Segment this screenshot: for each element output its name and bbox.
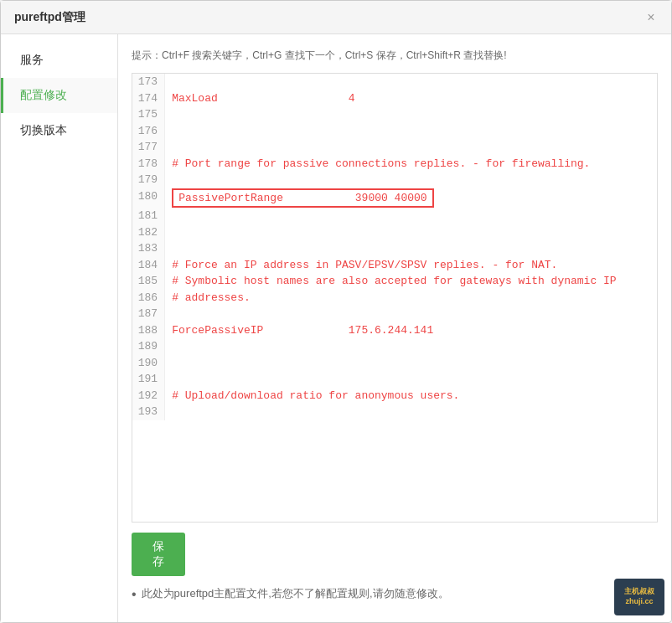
- line-number: 181: [132, 208, 165, 224]
- watermark-text: 主机叔叔 zhuji.cc: [624, 587, 654, 606]
- line-number: 177: [132, 139, 165, 156]
- table-row: 174MaxLoad 4: [132, 90, 657, 107]
- table-row: 193: [132, 404, 657, 420]
- code-table: 173174MaxLoad 4175176177178# Port range …: [132, 74, 657, 420]
- sidebar-item-switch[interactable]: 切换版本: [1, 113, 117, 148]
- line-content: [165, 106, 657, 123]
- table-row: 190: [132, 355, 657, 372]
- line-content: # Port range for passive connections rep…: [165, 156, 657, 172]
- line-number: 185: [132, 273, 165, 290]
- table-row: 184# Force an IP address in PASV/EPSV/SP…: [132, 257, 657, 274]
- line-content: # Symbolic host names are also accepted …: [165, 273, 657, 290]
- content-area: 提示：Ctrl+F 搜索关键字，Ctrl+G 查找下一个，Ctrl+S 保存，C…: [118, 34, 671, 622]
- line-content: PassivePortRange 39000 40000: [165, 188, 657, 209]
- line-number: 178: [132, 156, 165, 172]
- window-title: pureftpd管理: [14, 10, 85, 25]
- table-row: 179: [132, 172, 657, 188]
- note-text: 此处为pureftpd主配置文件,若您不了解配置规则,请勿随意修改。: [132, 586, 658, 602]
- line-number: 187: [132, 306, 165, 322]
- close-button[interactable]: ×: [644, 11, 658, 24]
- line-content: [165, 172, 657, 188]
- line-content: [165, 224, 657, 241]
- main-content: 服务 配置修改 切换版本 提示：Ctrl+F 搜索关键字，Ctrl+G 查找下一…: [1, 34, 671, 622]
- sidebar: 服务 配置修改 切换版本: [1, 34, 118, 622]
- line-number: 173: [132, 74, 165, 90]
- table-row: 189: [132, 338, 657, 355]
- line-content: [165, 139, 657, 156]
- table-row: 185# Symbolic host names are also accept…: [132, 273, 657, 290]
- line-number: 174: [132, 90, 165, 107]
- line-content: [165, 123, 657, 140]
- line-number: 191: [132, 371, 165, 388]
- table-row: 173: [132, 74, 657, 90]
- app-window: pureftpd管理 × 服务 配置修改 切换版本 提示：Ctrl+F 搜索关键…: [0, 0, 672, 623]
- title-bar: pureftpd管理 ×: [1, 1, 671, 34]
- line-content: [165, 240, 657, 257]
- line-content: [165, 338, 657, 355]
- line-number: 188: [132, 322, 165, 339]
- line-number: 193: [132, 404, 165, 420]
- table-row: 175: [132, 106, 657, 123]
- footer-area: 保存 此处为pureftpd主配置文件,若您不了解配置规则,请勿随意修改。: [132, 523, 658, 609]
- editor-scroll[interactable]: 173174MaxLoad 4175176177178# Port range …: [132, 74, 657, 522]
- line-number: 186: [132, 290, 165, 306]
- line-content: ForcePassiveIP 175.6.244.141: [165, 322, 657, 339]
- table-row: 183: [132, 240, 657, 257]
- table-row: 182: [132, 224, 657, 241]
- table-row: 178# Port range for passive connections …: [132, 156, 657, 172]
- line-content: [165, 355, 657, 372]
- table-row: 187: [132, 306, 657, 322]
- line-content: [165, 306, 657, 322]
- line-content: # Force an IP address in PASV/EPSV/SPSV …: [165, 257, 657, 274]
- line-number: 189: [132, 338, 165, 355]
- watermark: 主机叔叔 zhuji.cc: [614, 579, 664, 615]
- line-content: MaxLoad 4: [165, 90, 657, 107]
- line-number: 192: [132, 388, 165, 404]
- line-number: 183: [132, 240, 165, 257]
- sidebar-item-config[interactable]: 配置修改: [1, 78, 117, 113]
- line-number: 182: [132, 224, 165, 241]
- table-row: 176: [132, 123, 657, 140]
- line-content: [165, 208, 657, 224]
- table-row: 181: [132, 208, 657, 224]
- table-row: 180PassivePortRange 39000 40000: [132, 188, 657, 209]
- hint-bar: 提示：Ctrl+F 搜索关键字，Ctrl+G 查找下一个，Ctrl+S 保存，C…: [132, 48, 658, 63]
- table-row: 188ForcePassiveIP 175.6.244.141: [132, 322, 657, 339]
- line-number: 179: [132, 172, 165, 188]
- line-content: [165, 404, 657, 420]
- line-number: 175: [132, 106, 165, 123]
- line-number: 180: [132, 188, 165, 209]
- table-row: 192# Upload/download ratio for anonymous…: [132, 388, 657, 404]
- line-number: 176: [132, 123, 165, 140]
- line-content: # addresses.: [165, 290, 657, 306]
- editor-container: 173174MaxLoad 4175176177178# Port range …: [132, 73, 658, 523]
- line-content: # Upload/download ratio for anonymous us…: [165, 388, 657, 404]
- table-row: 191: [132, 371, 657, 388]
- table-row: 186# addresses.: [132, 290, 657, 306]
- table-row: 177: [132, 139, 657, 156]
- line-content: [165, 371, 657, 388]
- sidebar-item-service[interactable]: 服务: [1, 43, 117, 78]
- line-number: 184: [132, 257, 165, 274]
- line-number: 190: [132, 355, 165, 372]
- save-button[interactable]: 保存: [132, 533, 185, 576]
- line-content: [165, 74, 657, 90]
